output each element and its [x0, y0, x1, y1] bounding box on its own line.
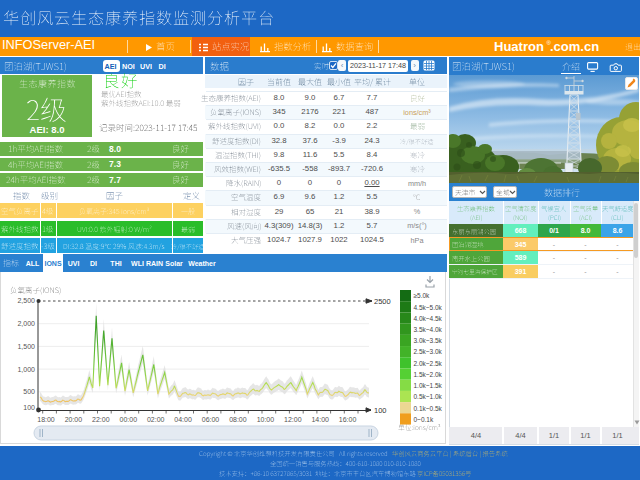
svg-text:100: 100 [23, 404, 35, 411]
svg-text:2,500: 2,500 [17, 297, 35, 304]
svg-text:0.1k~0.5k: 0.1k~0.5k [414, 405, 443, 412]
svg-text:100: 100 [374, 406, 387, 415]
svg-text:2.0k~2.5k: 2.0k~2.5k [414, 360, 443, 367]
svg-text:3.0k~3.5k: 3.0k~3.5k [414, 337, 443, 344]
svg-text:10:00: 10:00 [257, 416, 275, 423]
svg-text:12:00: 12:00 [284, 416, 302, 423]
svg-text:00:00: 00:00 [120, 416, 138, 423]
svg-text:0.5k~1.0k: 0.5k~1.0k [414, 393, 443, 400]
svg-text:4.0k~4.5k: 4.0k~4.5k [414, 315, 443, 322]
svg-text:06:00: 06:00 [202, 416, 220, 423]
svg-text:1.0k~1.5k: 1.0k~1.5k [414, 382, 443, 389]
svg-text:≥5.0k: ≥5.0k [414, 292, 431, 299]
svg-text:2.5k~3.0k: 2.5k~3.0k [414, 348, 443, 355]
svg-text:0~0.1k: 0~0.1k [414, 416, 434, 423]
svg-text:2500: 2500 [374, 297, 391, 306]
svg-text:1,000: 1,000 [17, 366, 35, 373]
svg-text:3.5k~4.0k: 3.5k~4.0k [414, 326, 443, 333]
svg-text:14:00: 14:00 [311, 416, 329, 423]
svg-text:22:00: 22:00 [92, 416, 110, 423]
svg-text:20:00: 20:00 [65, 416, 83, 423]
svg-text:18:00: 18:00 [37, 416, 55, 423]
svg-text:02:00: 02:00 [147, 416, 165, 423]
svg-text:2,000: 2,000 [17, 320, 35, 327]
svg-text:04:00: 04:00 [174, 416, 192, 423]
svg-text:08:00: 08:00 [229, 416, 247, 423]
svg-text:1,500: 1,500 [17, 343, 35, 350]
svg-text:16:00: 16:00 [339, 416, 357, 423]
svg-text:500: 500 [23, 388, 35, 395]
svg-text:1.5k~2.0k: 1.5k~2.0k [414, 371, 443, 378]
svg-text:4.5k~5.0k: 4.5k~5.0k [414, 304, 443, 311]
